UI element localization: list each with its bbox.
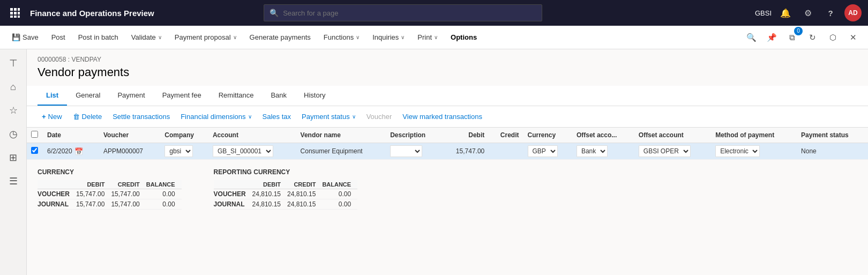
company-select[interactable]: gbsi [164,145,193,157]
tab-general[interactable]: General [67,86,109,106]
summary-reporting-voucher-credit: 24,810.15 [287,189,322,199]
bell-icon[interactable]: 🔔 [777,4,794,21]
description-select[interactable] [390,145,422,157]
summary-journal-currency-credit: 15,747.00 [111,199,146,210]
svg-rect-7 [14,16,17,18]
row-voucher: APPM000007 [99,143,160,160]
tab-bar: List General Payment Payment fee Remitta… [27,86,868,106]
cmd-popout-button[interactable]: ⬡ [824,29,841,46]
gear-icon[interactable]: ⚙ [799,4,817,21]
sidebar-star-icon[interactable]: ☆ [4,101,23,120]
offset-account-type-select[interactable]: Bank [577,145,608,157]
svg-rect-2 [18,8,20,11]
post-in-batch-button[interactable]: Post in batch [73,31,124,43]
main-layout: ⊤ ⌂ ☆ ◷ ⊞ ☰ 00000058 : VENDPAY Vendor pa… [0,49,868,275]
functions-chevron-icon: ∨ [356,34,360,40]
col-header-check [27,128,43,143]
tab-remittance[interactable]: Remittance [210,86,263,106]
list-toolbar: + New 🗑 Delete Settle transactions Finan… [27,106,868,128]
tab-list[interactable]: List [38,86,67,106]
save-button[interactable]: 💾 Save [6,31,44,43]
search-input[interactable] [283,9,536,17]
validate-chevron-icon: ∨ [158,34,162,40]
summary-section: CURRENCY DEBIT CREDIT BALANCE VOUCHER [27,160,868,214]
help-icon[interactable]: ? [822,4,839,21]
offset-account-select[interactable]: GBSI OPER [639,145,691,157]
search-bar[interactable]: 🔍 [264,4,542,21]
view-marked-transactions-button[interactable]: View marked transactions [398,110,487,123]
summary-voucher-currency-credit: 15,747.00 [111,189,146,199]
reporting-currency-summary: REPORTING CURRENCY DEBIT CREDIT BALANCE … [214,168,358,210]
print-button[interactable]: Print ∨ [412,31,443,43]
col-header-method-of-payment: Method of payment [711,128,797,143]
new-plus-icon: + [42,113,46,121]
cmd-pin-button[interactable]: 📌 [763,29,780,46]
col-header-offset-account: Offset account [634,128,711,143]
summary-reporting-journal-debit: 24,810.15 [252,199,287,210]
account-select[interactable]: GB_SI_000001 [213,145,273,157]
inquiries-button[interactable]: Inquiries ∨ [367,31,410,43]
sidebar-list-icon[interactable]: ☰ [4,172,23,191]
top-navigation: Finance and Operations Preview 🔍 GBSI 🔔 … [0,0,868,26]
delete-trash-icon: 🗑 [73,113,80,121]
row-vendor-name: Consumer Equipment [296,143,386,160]
post-button[interactable]: Post [46,31,71,43]
summary-voucher-label: VOUCHER [38,189,76,199]
payment-status-button[interactable]: Payment status ∨ [297,110,360,123]
new-button[interactable]: + New [38,110,66,123]
delete-button[interactable]: 🗑 Delete [69,110,107,123]
col-header-debit: Debit [442,128,489,143]
sales-tax-button[interactable]: Sales tax [258,110,295,123]
financial-dimensions-button[interactable]: Financial dimensions ∨ [176,110,256,123]
page-header: 00000058 : VENDPAY Vendor payments [27,49,868,79]
tab-payment-fee[interactable]: Payment fee [154,86,210,106]
table-row[interactable]: 6/2/2020 📅 APPM000007 gbsi [27,143,868,160]
summary-journal-row: JOURNAL 15,747.00 15,747.00 0.00 [38,199,182,210]
summary-reporting-journal-row: JOURNAL 24,810.15 24,810.15 0.00 [214,199,358,210]
page-title: Vendor payments [38,65,857,79]
avatar[interactable]: AD [844,4,862,21]
row-checkbox[interactable] [31,147,38,154]
generate-payments-button[interactable]: Generate payments [244,31,316,43]
waffle-menu-icon[interactable] [6,4,24,21]
svg-rect-3 [10,12,13,14]
summary-reporting-credit-header: CREDIT [287,180,322,189]
command-bar: 💾 Save Post Post in batch Validate ∨ Pay… [0,26,868,49]
settle-transactions-button[interactable]: Settle transactions [108,110,174,123]
functions-button[interactable]: Functions ∨ [318,31,365,43]
sidebar-workspace-icon[interactable]: ⊞ [4,148,23,167]
col-header-company: Company [160,128,208,143]
tab-payment[interactable]: Payment [109,86,153,106]
tab-history[interactable]: History [295,86,334,106]
col-header-payment-status: Payment status [797,128,868,143]
nav-icons: GBSI 🔔 ⚙ ? AD [755,4,862,21]
summary-currency-debit-header: DEBIT [76,180,111,189]
tab-bank[interactable]: Bank [262,86,295,106]
summary-journal-currency-debit: 15,747.00 [76,199,111,210]
voucher-button[interactable]: Voucher [362,110,396,123]
options-button[interactable]: Options [445,31,482,43]
breadcrumb: 00000058 : VENDPAY [38,56,857,63]
row-method-of-payment: Electronic [711,143,797,160]
svg-rect-5 [18,12,20,14]
summary-journal-currency-balance: 0.00 [146,199,182,210]
col-header-credit: Credit [489,128,523,143]
currency-select[interactable]: GBP [528,145,558,157]
cmd-close-button[interactable]: ✕ [844,29,862,46]
summary-voucher-row: VOUCHER 15,747.00 15,747.00 0.00 [38,189,182,199]
calendar-icon[interactable]: 📅 [74,147,83,155]
sidebar-filter-icon[interactable]: ⊤ [4,54,23,73]
summary-reporting-voucher-label: VOUCHER [214,189,252,199]
select-all-checkbox[interactable] [31,131,38,138]
payment-proposal-button[interactable]: Payment proposal ∨ [169,31,242,43]
cmd-refresh-button[interactable]: ↻ [804,29,821,46]
validate-button[interactable]: Validate ∨ [126,31,167,43]
col-header-description: Description [386,128,442,143]
svg-rect-6 [10,16,13,18]
print-chevron-icon: ∨ [434,34,438,40]
cmd-search-button[interactable]: 🔍 [743,29,760,46]
sidebar-home-icon[interactable]: ⌂ [4,77,23,96]
col-header-voucher: Voucher [99,128,160,143]
sidebar-history-icon[interactable]: ◷ [4,124,23,144]
method-of-payment-select[interactable]: Electronic [715,145,760,157]
